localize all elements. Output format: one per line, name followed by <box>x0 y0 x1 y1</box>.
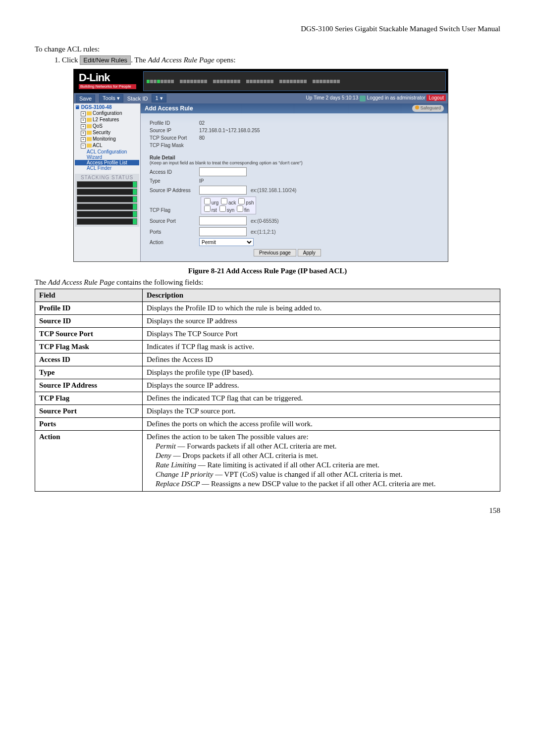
page-number: 158 <box>35 506 500 515</box>
src-ip-addr-input[interactable] <box>199 186 247 195</box>
field-desc: Displays the Profile ID to which the rul… <box>143 302 500 315</box>
nav-acl-wizard[interactable]: ACL Configuration Wizard <box>75 149 139 160</box>
flag-psh[interactable] <box>238 198 245 204</box>
access-id-input[interactable] <box>199 167 247 176</box>
field-name: Source Port <box>35 405 143 418</box>
field-name: TCP Flag <box>35 392 143 405</box>
user-icon <box>360 96 366 101</box>
screenshot: D-Link Building Networks for People Save… <box>73 69 448 262</box>
table-row: Profile IDDisplays the Profile ID to whi… <box>35 302 500 315</box>
nav-security[interactable]: +Security <box>75 130 139 136</box>
nav-label: L2 Features <box>93 117 119 122</box>
nav-root-label: DGS-3100-48 <box>81 104 112 110</box>
safeguard-label: Safeguard <box>420 105 441 110</box>
logout-button[interactable]: Logout <box>427 95 446 101</box>
stackid-select[interactable]: 1 ▾ <box>152 94 166 102</box>
field-desc: Displays the profile type (IP based). <box>143 366 500 379</box>
source-ip-value: 172.168.0.1~172.168.0.255 <box>199 128 260 133</box>
figure-caption: Figure 8-21 Add Access Rule Page (IP bas… <box>35 267 500 275</box>
field-name: Source IP Address <box>35 379 143 392</box>
logo-text: D-Link <box>79 71 109 84</box>
dlink-logo: D-Link Building Networks for People <box>74 69 141 93</box>
login-status: Logged in as administrator <box>367 95 426 101</box>
field-desc: Displays The TCP Source Port <box>143 328 500 341</box>
intro2: The Add Access Rule Page contains the fo… <box>35 278 500 287</box>
table-row: TypeDisplays the profile type (IP based)… <box>35 366 500 379</box>
content-panel: Add Access Rule Safeguard Profile ID02 S… <box>141 103 448 261</box>
field-desc: Defines the action to be taken The possi… <box>143 431 500 492</box>
device-header: D-Link Building Networks for People <box>74 69 448 93</box>
action-select[interactable]: Permit <box>199 238 254 246</box>
nav-root[interactable]: 🖥 DGS-3100-48 <box>75 104 139 110</box>
source-ip-label: Source IP <box>150 128 199 133</box>
flag-rst[interactable] <box>204 205 211 212</box>
save-button[interactable]: Save <box>76 95 95 102</box>
field-name: Access ID <box>35 353 143 366</box>
tcp-flag-label: TCP Flag <box>150 207 199 213</box>
type-label: Type <box>150 178 199 184</box>
nav-acl-finder[interactable]: ACL Finder <box>75 165 139 171</box>
field-desc: Indicates if TCP flag mask is active. <box>143 341 500 353</box>
table-row: TCP Flag MaskIndicates if TCP flag mask … <box>35 341 500 353</box>
nav-label: QoS <box>93 123 103 129</box>
uptime: Up Time 2 days 5:10:13 <box>306 95 359 101</box>
action-option: Change 1P priority — VPT (CoS) value is … <box>156 470 496 479</box>
nav-configuration[interactable]: +Configuration <box>75 110 139 116</box>
nav-l2features[interactable]: +L2 Features <box>75 117 139 123</box>
step-prefix: 1. Click <box>54 56 78 64</box>
panel-title-bar: Add Access Rule Safeguard <box>141 103 448 113</box>
flag-urg[interactable] <box>204 198 211 204</box>
field-name: Type <box>35 366 143 379</box>
intro2-suffix: contains the following fields: <box>114 278 203 286</box>
flag-ack[interactable] <box>221 198 227 204</box>
source-port-label: Source Port <box>150 218 199 224</box>
table-row-action: ActionDefines the action to be taken The… <box>35 431 500 492</box>
logo-tagline: Building Networks for People <box>79 84 136 89</box>
rule-detail-hint: (Keep an input field as blank to treat t… <box>150 160 439 165</box>
source-port-input[interactable] <box>199 216 247 225</box>
nav-label: Configuration <box>93 110 122 116</box>
flag-label: ack <box>228 200 236 205</box>
nav-label: Security <box>93 130 110 135</box>
step-suffix2: opens: <box>214 56 236 64</box>
action-option: Replace DSCP — Reassigns a new DSCP valu… <box>156 480 496 488</box>
rule-detail-title: Rule Detail <box>150 155 439 160</box>
stack-row <box>77 181 137 188</box>
nav-monitoring[interactable]: +Monitoring <box>75 136 139 142</box>
apply-button[interactable]: Apply <box>298 249 321 256</box>
nav-access-profile-list[interactable]: Access Profile List <box>75 160 139 165</box>
ports-ex: ex:(1:1,2:1) <box>251 229 276 235</box>
table-row: Source PortDisplays the TCP source port. <box>35 405 500 418</box>
flag-syn[interactable] <box>219 205 226 212</box>
flag-label: syn <box>227 207 235 213</box>
tools-label: Tools <box>103 95 115 101</box>
intro-line: To change ACL rules: <box>35 45 500 53</box>
table-row: Source IDDisplays the source IP address <box>35 315 500 328</box>
th-desc: Description <box>143 289 500 302</box>
step-1: 1. Click Edit/New Rules. The Add Access … <box>54 55 500 65</box>
table-row: PortsDefines the ports on which the acce… <box>35 418 500 431</box>
action-label: Action <box>150 240 199 245</box>
ports-input[interactable] <box>199 227 247 236</box>
stack-row <box>77 211 137 217</box>
flag-fin[interactable] <box>237 205 243 212</box>
stack-row <box>77 196 137 202</box>
field-desc: Displays the source IP address <box>143 315 500 328</box>
tools-button[interactable]: Tools ▾ <box>99 94 123 102</box>
port-panel <box>143 71 446 91</box>
previous-page-button[interactable]: Previous page <box>254 249 296 256</box>
fields-table: Field Description Profile IDDisplays the… <box>35 289 500 492</box>
field-desc: Displays the source IP address. <box>143 379 500 392</box>
edit-new-rules-button[interactable]: Edit/New Rules <box>80 55 131 65</box>
flag-label: psh <box>246 200 254 205</box>
field-name: TCP Source Port <box>35 328 143 341</box>
field-name: Profile ID <box>35 302 143 315</box>
tcp-src-port-value: 80 <box>199 135 205 141</box>
stackid-value: 1 <box>155 95 158 101</box>
nav-tree: 🖥 DGS-3100-48 +Configuration +L2 Feature… <box>74 103 141 261</box>
status-group: Up Time 2 days 5:10:13 Logged in as admi… <box>306 95 446 101</box>
profile-id-value: 02 <box>199 120 205 126</box>
nav-acl[interactable]: −ACL <box>75 143 139 149</box>
nav-qos[interactable]: +QoS <box>75 123 139 129</box>
action-option: Rate Limiting — Rate limiting is activat… <box>156 461 496 469</box>
